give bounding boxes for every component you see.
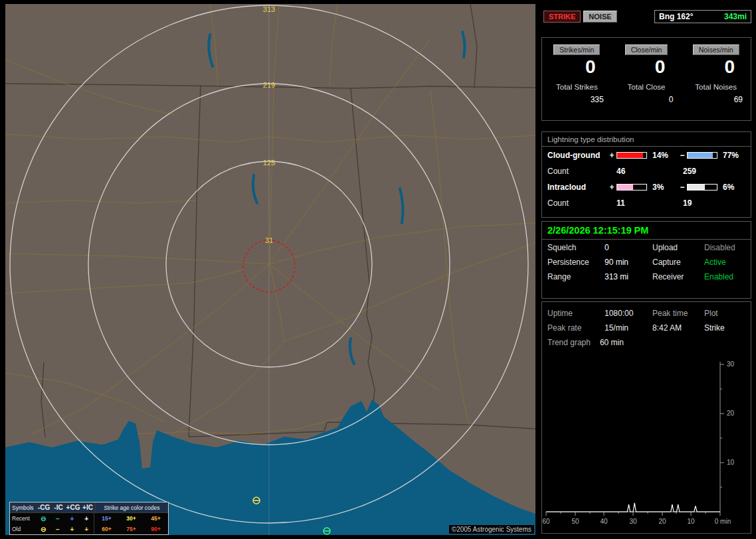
status-section: 2/26/2026 12:15:19 PM Squelch 0 Upload D… <box>541 221 751 299</box>
cloud-ground-label: Cloud-ground <box>547 151 607 160</box>
ic-positive-percent: 3% <box>650 183 678 192</box>
peak-rate-value: 15/min <box>605 323 652 333</box>
noises-per-min-value: 0 <box>681 55 751 80</box>
age-60: 60+ <box>94 526 119 532</box>
trend-window-value: 60 min <box>600 338 624 347</box>
counter-strikes: Strikes/min 0 Total Strikes 335 <box>542 43 612 120</box>
x-tick-50: 50 <box>571 518 579 525</box>
copyright-text: ©2005 Astrogenic Systems <box>449 525 534 534</box>
cg-negative-bar <box>687 152 717 159</box>
legend-age-header: Strike age color codes <box>95 502 168 512</box>
close-per-min-button[interactable]: Close/min <box>625 44 668 55</box>
range-label: Range <box>547 272 605 281</box>
status-row-squelch: Squelch 0 Upload Disabled <box>542 241 751 254</box>
total-strikes-value: 335 <box>542 95 612 104</box>
counter-close: Close/min 0 Total Close 0 <box>612 43 682 120</box>
age-90: 90+ <box>143 526 168 532</box>
range-value: 313 mi <box>605 272 652 281</box>
ring-label-31: 31 <box>265 236 273 244</box>
strike-map[interactable]: 313 219 125 31 Symbols -CG -IC +CG +IC S… <box>5 4 535 535</box>
ic-negative-bar <box>687 184 717 191</box>
recent-pos-cg-icon: + <box>65 515 80 522</box>
distribution-title: Lightning type distribution <box>542 135 751 147</box>
ic-negative-bar-fill <box>688 185 705 190</box>
control-panel: STRIKE NOISE Bng 162° 343mi Strikes/min … <box>541 4 753 535</box>
legend-col-neg-cg: -CG <box>37 504 51 511</box>
plus-sign: + <box>607 183 616 192</box>
legend-col-pos-cg: +CG <box>66 504 80 511</box>
bearing-label: Bng 162° <box>659 12 693 21</box>
age-45: 45+ <box>143 515 168 522</box>
ring-label-125: 125 <box>263 159 275 167</box>
total-noises-value: 69 <box>681 95 751 104</box>
upload-status: Disabled <box>704 243 745 252</box>
x-tick-0: 0 min <box>715 518 731 525</box>
stats-section: Uptime 1080:00 Peak time Plot Peak rate … <box>541 301 751 534</box>
recent-neg-cg-icon: ⊖ <box>36 515 50 522</box>
legend-old-label: Old <box>10 526 36 532</box>
squelch-label: Squelch <box>547 243 605 252</box>
datetime-display: 2/26/2026 12:15:19 PM <box>542 225 751 240</box>
capture-status: Active <box>704 258 745 267</box>
distribution-section: Lightning type distribution Cloud-ground… <box>541 131 751 218</box>
distribution-row-cloud-ground: Cloud-ground + 14% − 77% <box>542 147 751 163</box>
x-tick-30: 30 <box>629 518 637 525</box>
ring-label-219: 219 <box>263 81 275 89</box>
age-30: 30+ <box>119 515 143 522</box>
old-neg-ic-icon: − <box>50 526 65 533</box>
cloud-ground-count-row: Count 46 259 <box>542 163 751 179</box>
receiver-label: Receiver <box>652 272 704 281</box>
x-tick-40: 40 <box>600 518 608 525</box>
legend-recent-label: Recent <box>10 515 36 522</box>
x-tick-10: 10 <box>687 518 695 525</box>
ic-negative-count: 19 <box>683 198 745 208</box>
bearing-range-value: 343mi <box>724 12 747 21</box>
intracloud-count-row: Count 11 19 <box>542 195 751 210</box>
stats-row-1: Uptime 1080:00 Peak time Plot <box>542 306 751 321</box>
total-close-label: Total Close <box>612 83 682 91</box>
old-pos-cg-icon: + <box>65 526 80 533</box>
cg-positive-percent: 14% <box>650 151 678 160</box>
minus-sign: − <box>678 183 687 192</box>
age-15: 15+ <box>94 515 119 522</box>
peak-time-value: 8:42 AM <box>652 323 704 333</box>
age-75: 75+ <box>119 526 143 532</box>
ic-positive-bar-fill <box>617 185 633 190</box>
peak-time-label: Peak time <box>652 309 704 318</box>
cg-negative-count: 259 <box>683 167 745 176</box>
map-graphics: 313 219 125 31 <box>5 4 535 535</box>
plot-label: Plot <box>704 309 745 318</box>
noises-per-min-button[interactable]: Noises/min <box>693 44 739 55</box>
distribution-row-intracloud: Intracloud + 3% − 6% <box>542 179 751 195</box>
map-legend: Symbols -CG -IC +CG +IC Strike age color… <box>9 502 169 535</box>
trend-graph-row: Trend graph 60 min <box>542 335 751 350</box>
trend-graph-label: Trend graph <box>547 338 591 347</box>
legend-recent-row: Recent ⊖ − + + 15+ 30+ 45+ <box>10 513 168 524</box>
upload-label: Upload <box>652 243 704 252</box>
cg-positive-bar-fill <box>617 153 643 158</box>
plot-mode-value: Strike <box>704 323 745 333</box>
minus-sign: − <box>678 151 687 160</box>
x-tick-labels: 60 50 40 30 20 10 0 min <box>542 518 731 525</box>
noise-button[interactable]: NOISE <box>583 11 616 23</box>
cg-negative-bar-fill <box>688 153 713 158</box>
plus-sign: + <box>607 151 616 160</box>
capture-label: Capture <box>652 258 704 267</box>
counter-noises: Noises/min 0 Total Noises 69 <box>681 43 751 120</box>
y-tick-30: 30 <box>727 360 735 368</box>
y-tick-10: 10 <box>727 459 735 466</box>
total-noises-label: Total Noises <box>681 83 751 91</box>
total-strikes-label: Total Strikes <box>542 83 612 91</box>
strikes-per-min-button[interactable]: Strikes/min <box>553 44 600 55</box>
recent-pos-ic-icon: + <box>79 515 94 522</box>
old-neg-cg-icon: ⊖ <box>36 526 50 533</box>
y-ticks <box>720 364 724 487</box>
ic-positive-bar <box>616 184 647 191</box>
receiver-status: Enabled <box>704 272 745 281</box>
bearing-display: Bng 162° 343mi <box>654 10 751 23</box>
strike-button[interactable]: STRIKE <box>543 11 581 23</box>
ic-negative-percent: 6% <box>720 183 745 192</box>
legend-col-pos-ic: +IC <box>80 504 95 511</box>
count-label: Count <box>547 167 607 176</box>
legend-header-row: Symbols -CG -IC +CG +IC Strike age color… <box>10 502 168 513</box>
